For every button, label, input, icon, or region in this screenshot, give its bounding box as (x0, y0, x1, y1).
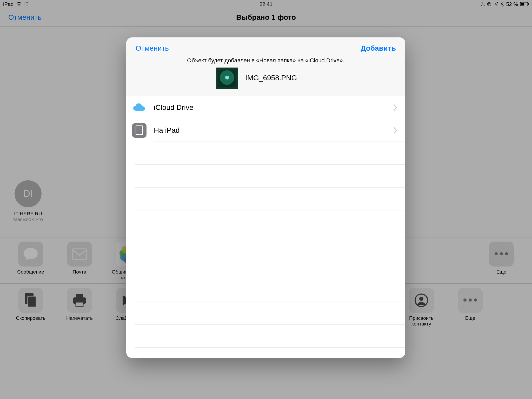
modal-header: Отменить Добавить Объект будет добавлен … (126, 37, 405, 96)
modal-subtitle: Объект будет добавлен в «Новая папка» на… (126, 57, 405, 64)
modal-add-button[interactable]: Добавить (361, 44, 396, 52)
file-name: IMG_6958.PNG (245, 74, 297, 82)
empty-rows (126, 142, 405, 348)
svg-rect-37 (136, 126, 142, 134)
svg-point-38 (139, 134, 139, 135)
ipad-icon (132, 123, 147, 138)
icloud-icon (132, 100, 147, 115)
location-list: iCloud Drive На iPad (126, 96, 405, 142)
chevron-right-icon (393, 104, 397, 111)
location-on-ipad[interactable]: На iPad (126, 119, 405, 142)
chevron-right-icon (393, 127, 397, 134)
save-to-files-modal: Отменить Добавить Объект будет добавлен … (126, 37, 405, 358)
file-thumbnail (216, 68, 238, 89)
location-label: На iPad (154, 126, 180, 135)
modal-cancel-button[interactable]: Отменить (136, 44, 169, 52)
location-icloud-drive[interactable]: iCloud Drive (126, 96, 405, 119)
location-label: iCloud Drive (154, 103, 194, 112)
